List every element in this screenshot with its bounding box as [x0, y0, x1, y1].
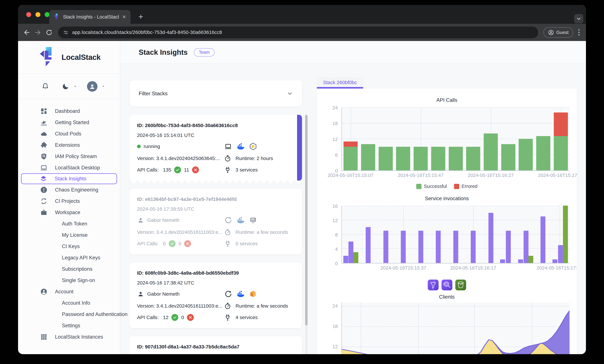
chart-plot: 2024-05-16T15:15:072024-05-16T15:15:4720… — [341, 108, 569, 171]
stack-id: ID: e61364bf-bc97-4a3e-81e5-7ef1944e46fd — [137, 196, 237, 202]
notifications-bell-icon[interactable] — [41, 83, 49, 90]
plug-icon — [224, 166, 231, 173]
api-calls-error-count: 0 — [181, 315, 184, 320]
sidebar-item-account-info[interactable]: Account Info — [18, 297, 120, 309]
sidebar-item-localstack-desktop[interactable]: LocalStack Desktop — [18, 162, 120, 173]
stack-card[interactable]: ID: 608fc0b9-3d8c-4a9a-a9b8-bd6550ebdf39… — [130, 262, 302, 328]
sidebar-item-chaos-engineering[interactable]: Chaos Engineering — [18, 184, 120, 195]
stack-owner: Gabor Nemeth — [147, 218, 180, 223]
api-calls-label: API Calls: — [137, 241, 160, 246]
maximize-window-button[interactable] — [45, 12, 50, 17]
sidebar-item-password-and-authentication[interactable]: Password and Authentication — [18, 309, 120, 320]
filter-stacks-label: Filter Stacks — [139, 90, 168, 97]
chevron-down-icon — [287, 90, 293, 97]
error-x-icon — [192, 166, 199, 173]
grid-icon — [40, 333, 49, 340]
torn-edge-divider — [131, 181, 301, 184]
sidebar-item-localstack-instances[interactable]: LocalStack Instances — [18, 331, 120, 342]
clients-chart: Clients6121824 — [317, 289, 577, 354]
avatar[interactable] — [87, 81, 98, 92]
sidebar-item-subscriptions[interactable]: Subscriptions — [18, 263, 120, 275]
aws-cube-icon — [249, 290, 257, 298]
sidebar: LocalStack — [18, 41, 120, 354]
api-calls-success-count: 135 — [163, 167, 171, 173]
sidebar-item-auth-token[interactable]: Auth Token — [18, 218, 120, 229]
stack-charts-panel: API Calls2024-05-16T15:15:072024-05-16T1… — [317, 88, 577, 354]
laptop-icon — [40, 164, 49, 171]
page-title: Stack Insights — [139, 48, 188, 56]
sidebar-nav: DashboardGetting StartedCloud PodsExtens… — [18, 99, 120, 342]
window-controls[interactable] — [26, 12, 50, 17]
stack-card[interactable]: ID: 907d130f-d8a1-4a37-8a33-7b5dc8ac5da7… — [130, 336, 302, 354]
stack-runtime-icons — [224, 142, 295, 150]
tab-search-chevron-button[interactable] — [574, 14, 583, 23]
sidebar-item-ci-keys[interactable]: CI Keys — [18, 241, 120, 252]
forward-icon[interactable] — [34, 29, 42, 36]
back-icon[interactable] — [23, 29, 31, 36]
sidebar-item-stack-insights[interactable]: Stack Insights — [21, 173, 117, 184]
theme-moon-icon[interactable] — [62, 83, 70, 90]
sidebar-item-workspace[interactable]: Workspace — [18, 207, 120, 218]
stack-services: 0 services — [236, 241, 258, 246]
cloud-icon — [40, 130, 49, 137]
selected-stack-accent — [297, 115, 302, 181]
stack-version: Version: 3.4.1.dev20240516111003:e... — [137, 229, 224, 235]
sidebar-item-extensions[interactable]: Extensions — [18, 139, 120, 151]
sidebar-item-getting-started[interactable]: Getting Started — [18, 117, 120, 128]
main-area: Stack Insights Team Filter Stacks ID: 26… — [120, 41, 586, 354]
site-settings-icon[interactable] — [63, 30, 69, 35]
success-check-icon — [174, 166, 181, 173]
docker-icon — [237, 142, 245, 150]
stack-runtime: Runtime: a few seconds — [236, 303, 288, 309]
url-bar[interactable]: app.localstack.cloud/stacks/260bf0bc-753… — [58, 26, 538, 38]
filter-stacks-dropdown[interactable]: Filter Stacks — [130, 80, 302, 107]
plug-icon — [224, 240, 231, 247]
stack-version: Version: 3.4.1.dev20240425063645:... — [137, 156, 224, 161]
dashboard-icon — [40, 108, 49, 115]
stack-id: ID: 608fc0b9-3d8c-4a9a-a9b8-bd6550ebdf39 — [137, 270, 239, 276]
new-tab-button[interactable]: + — [136, 12, 146, 22]
browser-window: Stack Insights - LocalStack × + — [18, 5, 586, 354]
close-tab-icon[interactable]: × — [122, 14, 126, 20]
stack-id: ID: 260bf0bc-753d-4af3-8450-30a663616cc8 — [137, 123, 238, 128]
browser-tab-strip: Stack Insights - LocalStack × + — [18, 5, 586, 24]
desktop-background: Stack Insights - LocalStack × + — [0, 0, 604, 364]
sidebar-item-iam-policy-stream[interactable]: IAM Policy Stream — [18, 151, 120, 162]
scrollbar-thumb[interactable] — [305, 115, 308, 326]
avatar-caret-icon[interactable] — [101, 85, 105, 88]
sidebar-item-dashboard[interactable]: Dashboard — [18, 105, 120, 117]
clock-icon — [224, 229, 231, 236]
sidebar-item-ci-projects[interactable]: CI Projects — [18, 195, 120, 207]
url-text: app.localstack.cloud/stacks/260bf0bc-753… — [72, 30, 222, 35]
sidebar-item-single-sign-on[interactable]: Single Sign-on — [18, 275, 120, 286]
docker-light-icon — [237, 216, 245, 224]
localstack-logo-icon — [40, 47, 57, 68]
sidebar-item-my-license[interactable]: My License — [18, 229, 120, 241]
theme-caret-icon[interactable] — [74, 85, 77, 88]
stack-timestamp: 2024-05-16 17:38:42 UTC — [137, 280, 224, 286]
chart-plot: 2024-05-16T15:15:372024-05-16T15:16:1720… — [341, 206, 569, 264]
sidebar-item-cloud-pods[interactable]: Cloud Pods — [18, 128, 120, 139]
api-calls-chart: API Calls2024-05-16T15:15:072024-05-16T1… — [317, 93, 577, 191]
clock-icon — [224, 155, 231, 162]
stack-card[interactable]: ID: 260bf0bc-753d-4af3-8450-30a663616cc8… — [130, 115, 302, 181]
sidebar-item-legacy-api-keys[interactable]: Legacy API Keys — [18, 252, 120, 263]
tab-stack-260bf0bc[interactable]: Stack 260bf0bc — [317, 77, 363, 88]
api-calls-success-count: 0 — [163, 241, 166, 246]
minimize-window-button[interactable] — [36, 12, 40, 17]
browser-tab[interactable]: Stack Insights - LocalStack × — [49, 10, 130, 24]
localstack-favicon-icon — [54, 14, 59, 20]
stack-runtime: Runtime: a few seconds — [236, 229, 288, 235]
guest-profile-button[interactable]: Guest — [543, 27, 573, 38]
laptop-icon — [224, 142, 232, 150]
localstack-logo[interactable]: LocalStack — [18, 41, 120, 74]
plug-icon — [224, 314, 231, 321]
sidebar-item-account[interactable]: Account — [18, 286, 120, 297]
reload-icon[interactable] — [45, 29, 53, 36]
close-window-button[interactable] — [26, 12, 31, 17]
browser-menu-icon[interactable] — [577, 29, 581, 36]
sidebar-item-settings[interactable]: Settings — [18, 320, 120, 331]
docker-icon — [237, 290, 245, 298]
stack-card[interactable]: ID: e61364bf-bc97-4a3e-81e5-7ef1944e46fd… — [130, 189, 302, 255]
refresh-icon — [224, 216, 232, 224]
